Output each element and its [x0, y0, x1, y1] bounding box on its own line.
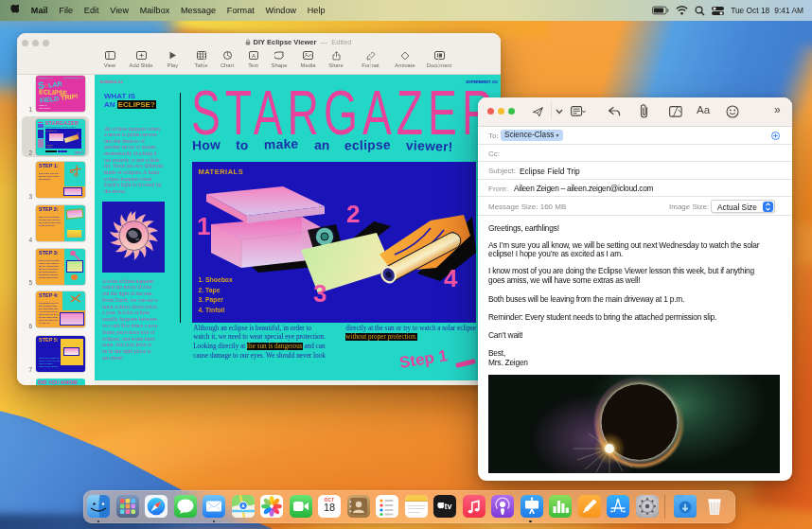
- svg-text:3: 3: [313, 279, 327, 308]
- svg-text:2: 2: [346, 200, 360, 228]
- svg-text:1: 1: [197, 212, 210, 240]
- svg-text:4: 4: [444, 264, 458, 292]
- svg-text:A: A: [251, 53, 255, 59]
